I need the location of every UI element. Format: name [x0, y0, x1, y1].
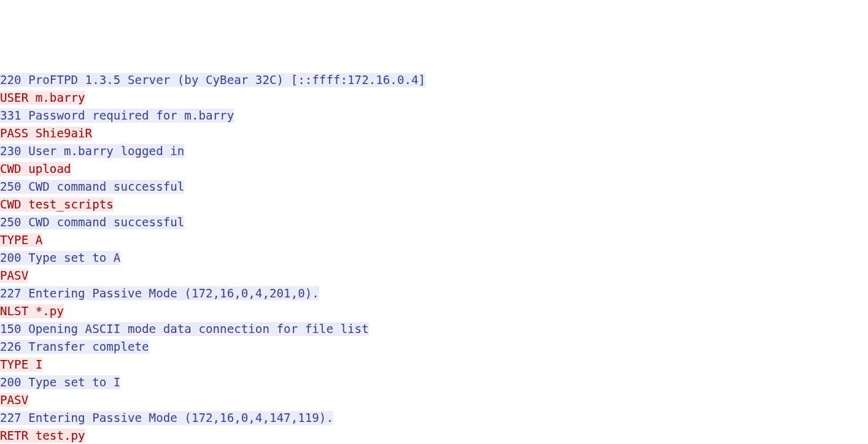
line-text: PASS Shie9aiR: [0, 126, 92, 140]
ftp-response-line[interactable]: 200 Type set to I: [0, 373, 868, 391]
ftp-request-line[interactable]: TYPE A: [0, 231, 868, 249]
ftp-response-line[interactable]: 227 Entering Passive Mode (172,16,0,4,20…: [0, 285, 868, 302]
line-text: 227 Entering Passive Mode (172,16,0,4,14…: [0, 411, 333, 425]
ftp-stream-output[interactable]: 220 ProFTPD 1.3.5 Server (by CyBear 32C)…: [0, 71, 868, 444]
ftp-request-line[interactable]: PASV: [0, 267, 868, 285]
line-text: 226 Transfer complete: [0, 340, 149, 354]
line-text: 150 Opening ASCII mode data connection f…: [0, 322, 369, 336]
ftp-response-line[interactable]: 250 CWD command successful: [0, 178, 868, 196]
line-text: PASV: [0, 393, 28, 407]
ftp-request-line[interactable]: USER m.barry: [0, 89, 868, 107]
ftp-request-line[interactable]: TYPE I: [0, 356, 868, 373]
line-text: 250 CWD command successful: [0, 180, 184, 194]
line-text: 220 ProFTPD 1.3.5 Server (by CyBear 32C)…: [0, 73, 425, 87]
line-text: CWD test_scripts: [0, 197, 114, 212]
ftp-request-line[interactable]: NLST *.py: [0, 302, 868, 320]
ftp-request-line[interactable]: RETR test.py: [0, 427, 868, 444]
ftp-response-line[interactable]: 220 ProFTPD 1.3.5 Server (by CyBear 32C)…: [0, 71, 868, 89]
line-text: TYPE I: [0, 358, 42, 372]
line-text: 331 Password required for m.barry: [0, 109, 234, 123]
line-text: 200 Type set to I: [0, 375, 120, 389]
line-text: USER m.barry: [0, 91, 85, 105]
ftp-request-line[interactable]: PASS Shie9aiR: [0, 124, 868, 142]
ftp-request-line[interactable]: CWD upload: [0, 160, 868, 178]
ftp-response-line[interactable]: 227 Entering Passive Mode (172,16,0,4,14…: [0, 409, 868, 427]
line-text: NLST *.py: [0, 304, 64, 318]
line-text: 200 Type set to A: [0, 251, 120, 265]
ftp-response-line[interactable]: 150 Opening ASCII mode data connection f…: [0, 320, 868, 338]
ftp-response-line[interactable]: 230 User m.barry logged in: [0, 142, 868, 160]
line-text: 230 User m.barry logged in: [0, 144, 184, 158]
line-text: PASV: [0, 269, 28, 283]
ftp-request-line[interactable]: CWD test_scripts: [0, 196, 868, 213]
ftp-response-line[interactable]: 331 Password required for m.barry: [0, 107, 868, 124]
ftp-response-line[interactable]: 200 Type set to A: [0, 249, 868, 267]
line-text: RETR test.py: [0, 429, 85, 443]
line-text: TYPE A: [0, 233, 42, 247]
ftp-response-line[interactable]: 250 CWD command successful: [0, 213, 868, 231]
line-text: 250 CWD command successful: [0, 215, 184, 229]
ftp-response-line[interactable]: 226 Transfer complete: [0, 338, 868, 356]
line-text: CWD upload: [0, 162, 71, 176]
ftp-request-line[interactable]: PASV: [0, 391, 868, 409]
line-text: 227 Entering Passive Mode (172,16,0,4,20…: [0, 286, 319, 300]
